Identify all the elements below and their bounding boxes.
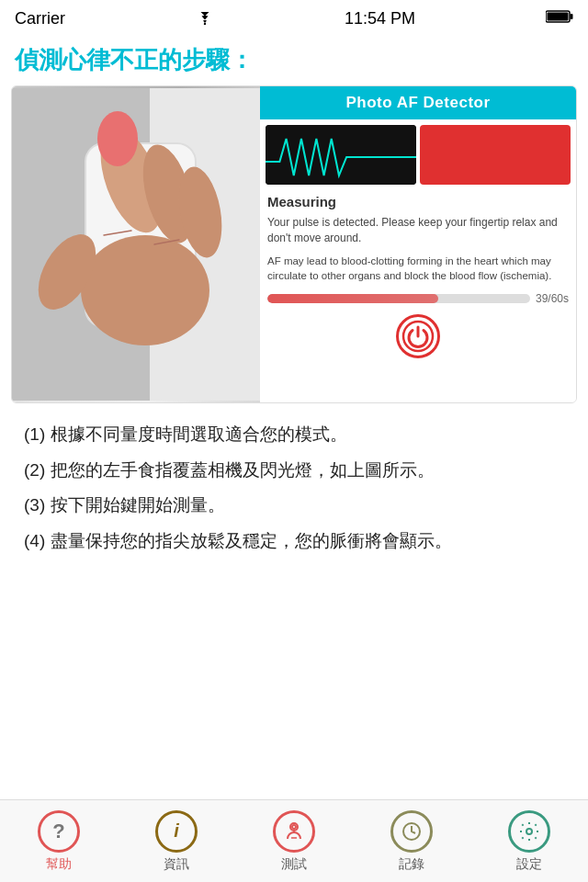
svg-point-20: [526, 829, 532, 834]
page-title: 偵測心律不正的步驟：: [0, 37, 588, 85]
svg-point-18: [292, 825, 296, 829]
svg-rect-2: [570, 14, 572, 19]
nav-item-help[interactable]: ? 幫助: [13, 810, 105, 873]
wifi-icon: [196, 12, 214, 25]
svg-point-0: [204, 23, 206, 25]
step-2: (2) 把您的左手食指覆蓋相機及閃光燈，如上圖所示。: [24, 458, 564, 484]
progress-bar-fill: [267, 294, 438, 303]
waveform-graph: [266, 125, 416, 185]
graphs-row: [260, 119, 576, 188]
af-warning: AF may lead to blood-clotting forming in…: [267, 254, 569, 283]
steps-container: (1) 根據不同量度時間選取適合您的模式。 (2) 把您的左手食指覆蓋相機及閃光…: [11, 418, 577, 567]
nav-item-test[interactable]: 測試: [248, 810, 340, 873]
nav-item-record[interactable]: 記錄: [366, 810, 458, 873]
status-bar: Carrier 11:54 PM: [0, 0, 588, 37]
nav-item-info[interactable]: i 資訊: [130, 810, 222, 873]
nav-item-settings[interactable]: 設定: [483, 810, 575, 873]
step-3: (3) 按下開始鍵開始測量。: [24, 492, 564, 519]
test-icon: [273, 810, 315, 853]
record-icon: [390, 810, 433, 853]
finger-photo: [12, 86, 260, 402]
red-graph: [420, 125, 571, 185]
right-panel: Photo AF Detector Measuring Your pulse i…: [260, 86, 576, 402]
battery-icon: [546, 9, 573, 28]
settings-icon: [508, 810, 550, 853]
info-label: 資訊: [164, 856, 189, 873]
bottom-nav: ? 幫助 i 資訊 測試 記錄: [0, 799, 588, 882]
help-icon: ?: [38, 810, 80, 853]
carrier-label: Carrier: [15, 9, 65, 28]
measuring-text: Your pulse is detected. Please keep your…: [267, 215, 569, 246]
info-icon: i: [155, 810, 198, 853]
test-label: 測試: [281, 856, 307, 873]
step-1: (1) 根據不同量度時間選取適合您的模式。: [24, 422, 564, 448]
stop-btn-row: [267, 314, 569, 366]
svg-rect-3: [547, 13, 568, 21]
carrier-icons: [196, 12, 214, 25]
progress-row: 39/60s: [267, 292, 569, 305]
progress-label: 39/60s: [536, 292, 569, 305]
svg-rect-15: [266, 125, 416, 185]
stop-button[interactable]: [396, 314, 440, 358]
af-header: Photo AF Detector: [260, 86, 576, 119]
svg-point-8: [97, 111, 138, 166]
help-label: 幫助: [46, 856, 72, 873]
measuring-section: Measuring Your pulse is detected. Please…: [260, 188, 576, 402]
progress-bar-bg: [267, 294, 530, 303]
record-label: 記錄: [399, 856, 424, 873]
measuring-label: Measuring: [267, 194, 569, 209]
settings-label: 設定: [516, 856, 542, 873]
demo-panel: Photo AF Detector Measuring Your pulse i…: [11, 85, 577, 403]
step-4: (4) 盡量保持您的指尖放鬆及穩定，您的脈衝將會顯示。: [24, 528, 564, 555]
svg-point-11: [81, 235, 209, 345]
main-content: Photo AF Detector Measuring Your pulse i…: [0, 85, 588, 659]
time-label: 11:54 PM: [345, 9, 415, 28]
